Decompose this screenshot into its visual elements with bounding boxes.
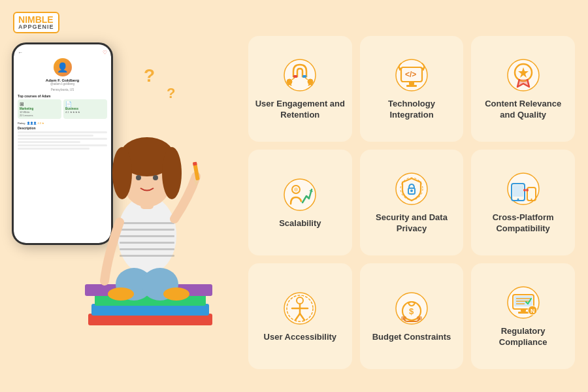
card-regulatory-compliance[interactable]: N Regulatory Compliance bbox=[471, 263, 575, 369]
card-content-relevance[interactable]: Content Relevance and Quality bbox=[471, 36, 575, 142]
regulatory-icon: N bbox=[505, 284, 542, 321]
rating-label: Rating bbox=[18, 122, 25, 125]
technology-icon: </> bbox=[393, 57, 430, 93]
svg-point-28 bbox=[287, 79, 292, 84]
svg-rect-6 bbox=[120, 229, 174, 231]
phone-card-marketing: ⊞ Marketing 10 While 22 Lessons bbox=[18, 99, 61, 119]
desc-line-4 bbox=[18, 141, 80, 143]
svg-point-13 bbox=[108, 287, 134, 301]
svg-point-53 bbox=[517, 199, 519, 201]
svg-rect-7 bbox=[120, 235, 174, 237]
rating-avatars: 👤👤👤 bbox=[27, 122, 37, 125]
svg-rect-52 bbox=[513, 185, 523, 197]
engagement-icon bbox=[282, 57, 318, 93]
svg-rect-55 bbox=[529, 189, 534, 198]
svg-rect-24 bbox=[193, 162, 197, 166]
svg-point-44 bbox=[294, 188, 298, 191]
card-scalability[interactable]: Scalability bbox=[248, 150, 352, 255]
svg-rect-74 bbox=[521, 309, 526, 312]
svg-point-19 bbox=[162, 147, 182, 199]
budget-label: Budget Constraints bbox=[372, 332, 451, 343]
svg-point-14 bbox=[163, 287, 189, 301]
scalability-label: Scalability bbox=[279, 218, 321, 229]
rating-value: 4.0 ★ bbox=[38, 122, 45, 125]
svg-rect-10 bbox=[120, 255, 174, 257]
svg-point-56 bbox=[531, 199, 532, 200]
engagement-label: User Engagement and Retention bbox=[253, 99, 347, 121]
accessibility-label: User Accessibility bbox=[264, 332, 337, 343]
svg-rect-8 bbox=[120, 242, 174, 244]
regulatory-label: Regulatory Compliance bbox=[476, 326, 570, 348]
card-budget-constraints[interactable]: $ Budget Constraints bbox=[360, 263, 464, 369]
svg-point-18 bbox=[112, 147, 132, 199]
girl-figure bbox=[72, 52, 222, 366]
left-section: ← ♡ 👤 Adam F. Goldberg @adam.f.goldberg … bbox=[0, 0, 242, 392]
budget-icon: $ bbox=[393, 290, 430, 327]
card-user-accessibility[interactable]: User Accessibility bbox=[248, 263, 352, 369]
content-icon bbox=[505, 57, 542, 93]
svg-rect-27 bbox=[302, 75, 306, 78]
phone-back-icon: ← bbox=[18, 50, 23, 56]
scalability-icon bbox=[282, 176, 318, 213]
card-security-privacy[interactable]: Security and Data Privacy bbox=[360, 150, 464, 255]
right-grid: User Engagement and Retention </> Techno… bbox=[242, 29, 581, 376]
crossplatform-label: Cross-Platform Compatibility bbox=[476, 212, 570, 235]
svg-rect-67 bbox=[417, 316, 422, 320]
svg-rect-5 bbox=[120, 222, 174, 224]
svg-rect-35 bbox=[409, 82, 414, 85]
svg-point-29 bbox=[308, 79, 313, 84]
card-user-engagement[interactable]: User Engagement and Retention bbox=[248, 36, 352, 142]
card-cross-platform[interactable]: Cross-Platform Compatibility bbox=[471, 150, 575, 255]
svg-rect-36 bbox=[406, 85, 417, 87]
card-technology-integration[interactable]: </> Technology Integration bbox=[360, 36, 464, 142]
svg-rect-75 bbox=[518, 312, 529, 314]
security-label: Security and Data Privacy bbox=[365, 212, 459, 235]
svg-point-58 bbox=[526, 189, 529, 191]
accessibility-icon bbox=[282, 290, 318, 327]
svg-point-20 bbox=[136, 175, 141, 180]
crossplatform-icon bbox=[505, 171, 542, 207]
svg-rect-9 bbox=[120, 248, 174, 250]
security-icon bbox=[393, 171, 430, 207]
girl-svg bbox=[75, 91, 219, 366]
content-label: Content Relevance and Quality bbox=[476, 99, 570, 121]
svg-text:N: N bbox=[531, 308, 535, 314]
svg-text:$: $ bbox=[409, 306, 414, 316]
svg-text:</>: </> bbox=[405, 70, 416, 79]
svg-rect-66 bbox=[401, 316, 406, 320]
phone-avatar: 👤 bbox=[54, 58, 72, 76]
technology-label: Technology Integration bbox=[365, 99, 459, 121]
svg-point-57 bbox=[523, 189, 526, 191]
svg-point-48 bbox=[410, 189, 413, 192]
svg-point-21 bbox=[153, 175, 158, 180]
svg-rect-26 bbox=[293, 75, 297, 78]
